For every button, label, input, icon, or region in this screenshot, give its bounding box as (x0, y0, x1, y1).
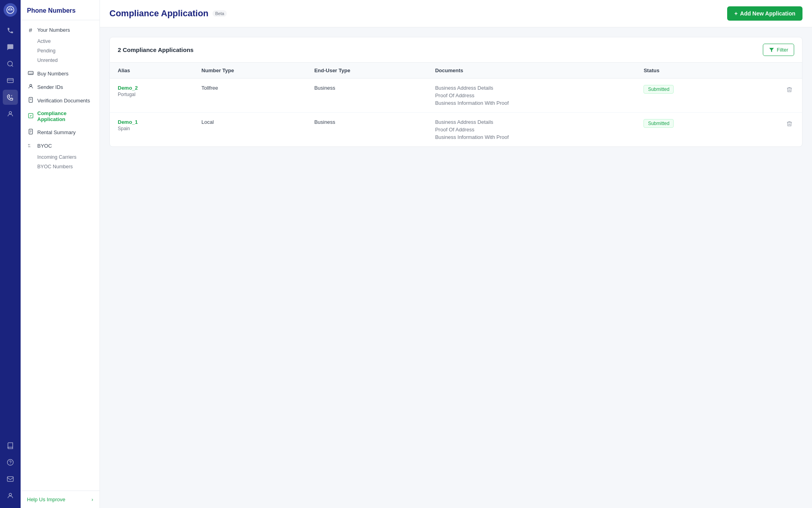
cell-alias: Demo_2Portugal (110, 79, 193, 113)
page-title: Compliance Application (109, 8, 209, 19)
alias-link[interactable]: Demo_2 (118, 85, 138, 91)
sidebar-item-compliance-app[interactable]: Compliance Application (21, 107, 100, 125)
sidebar-nav: # Your Numbers Active Pending Unrented 1… (21, 20, 100, 491)
cell-status: Submitted (636, 79, 743, 113)
table-header-row-cols: Alias Number Type End-User Type Document… (110, 63, 802, 79)
content-area: 2 Compliance Applications Filter Alias N… (100, 27, 812, 508)
help-us-improve-link[interactable]: Help Us Improve › (27, 496, 93, 502)
document-item: Business Address Details (435, 119, 628, 125)
cell-end-user-type: Business (306, 79, 427, 113)
sidebar-rental-summary-label: Rental Summary (37, 129, 76, 135)
sidebar-item-your-numbers[interactable]: # Your Numbers (21, 23, 100, 37)
icon-sidebar: # (0, 0, 21, 508)
svg-point-7 (10, 464, 11, 464)
delete-button[interactable] (785, 85, 794, 96)
messaging-icon[interactable] (3, 40, 18, 55)
svg-text:123: 123 (29, 72, 33, 75)
cell-actions (743, 113, 802, 147)
svg-point-9 (9, 493, 11, 496)
status-badge: Submitted (643, 85, 674, 94)
trash-icon (786, 87, 793, 93)
calls-icon[interactable] (3, 23, 18, 38)
cell-documents: Business Address DetailsProof Of Address… (427, 113, 636, 147)
byoc-icon: BYOC (27, 142, 34, 149)
alias-link[interactable]: Demo_1 (118, 119, 138, 125)
book-icon[interactable] (3, 438, 18, 453)
top-bar: Compliance Application Beta + Add New Ap… (100, 0, 812, 27)
sidebar-byoc-label: BYOC (37, 143, 52, 149)
delete-button[interactable] (785, 119, 794, 130)
alias-country: Portugal (118, 92, 186, 97)
sidebar-verification-docs-label: Verification Documents (37, 98, 90, 104)
contacts-nav-icon[interactable] (3, 106, 18, 121)
cell-documents: Business Address DetailsProof Of Address… (427, 79, 636, 113)
page-title-row: Compliance Application Beta (109, 8, 227, 19)
beta-badge: Beta (213, 10, 227, 17)
cell-alias: Demo_1Spain (110, 113, 193, 147)
buy-numbers-icon: 123 (27, 70, 34, 77)
help-circle-icon[interactable] (3, 455, 18, 470)
alias-country: Spain (118, 126, 186, 131)
main-content: Compliance Application Beta + Add New Ap… (100, 0, 812, 508)
rental-summary-icon (27, 129, 34, 136)
verification-docs-icon (27, 97, 34, 104)
help-us-improve-text: Help Us Improve (27, 496, 65, 502)
sidebar-compliance-app-label: Compliance Application (37, 110, 93, 122)
document-item: Proof Of Address (435, 92, 628, 98)
table-row: Demo_1SpainLocalBusinessBusiness Address… (110, 113, 802, 147)
col-status: Status (636, 63, 743, 79)
add-new-application-button[interactable]: + Add New Application (727, 6, 802, 21)
hash-nav-icon: # (27, 27, 34, 33)
bottom-icons (3, 438, 18, 505)
sidebar-buy-numbers-label: Buy Numbers (37, 71, 69, 77)
sidebar-item-sender-ids[interactable]: Sender IDs (21, 80, 100, 94)
col-documents: Documents (427, 63, 636, 79)
cell-number-type: Local (193, 113, 306, 147)
svg-rect-8 (8, 477, 13, 481)
cell-actions (743, 79, 802, 113)
sip-nav-icon[interactable] (3, 73, 18, 88)
sidebar-item-buy-numbers[interactable]: 123 Buy Numbers (21, 67, 100, 80)
compliance-table: Alias Number Type End-User Type Document… (110, 63, 802, 146)
svg-text:BY: BY (28, 144, 30, 146)
sidebar-item-rental-summary[interactable]: Rental Summary (21, 125, 100, 139)
filter-label: Filter (777, 47, 788, 53)
col-alias: Alias (110, 63, 193, 79)
document-item: Business Information With Proof (435, 100, 628, 106)
cell-status: Submitted (636, 113, 743, 147)
svg-point-2 (8, 61, 12, 66)
document-item: Business Address Details (435, 85, 628, 91)
svg-text:#: # (11, 94, 13, 97)
sidebar-sub-active[interactable]: Active (21, 37, 100, 46)
status-badge: Submitted (643, 119, 674, 128)
sidebar-footer: Help Us Improve › (21, 491, 100, 508)
filter-icon (769, 47, 774, 53)
svg-point-5 (9, 112, 11, 114)
email-icon[interactable] (3, 471, 18, 487)
numbers-nav-icon[interactable]: # (3, 90, 18, 105)
sidebar-sub-byoc-numbers[interactable]: BYOC Numbers (21, 162, 100, 171)
sidebar-sender-ids-label: Sender IDs (37, 84, 63, 90)
col-number-type: Number Type (193, 63, 306, 79)
table-row: Demo_2PortugalTollfreeBusinessBusiness A… (110, 79, 802, 113)
cell-number-type: Tollfree (193, 79, 306, 113)
document-item: Business Information With Proof (435, 134, 628, 140)
left-sidebar: Phone Numbers # Your Numbers Active Pend… (21, 0, 100, 508)
filter-button[interactable]: Filter (763, 44, 794, 56)
sidebar-sub-pending[interactable]: Pending (21, 46, 100, 56)
sidebar-sub-unrented[interactable]: Unrented (21, 56, 100, 65)
sender-ids-icon (27, 83, 34, 90)
table-count: 2 Compliance Applications (118, 46, 193, 53)
add-icon: + (734, 10, 737, 17)
search-nav-icon[interactable] (3, 56, 18, 71)
chevron-right-icon: › (92, 496, 93, 502)
table-head: Alias Number Type End-User Type Document… (110, 63, 802, 79)
sidebar-item-byoc[interactable]: BYOC BYOC (21, 139, 100, 152)
sidebar-title: Phone Numbers (21, 0, 100, 20)
your-numbers-section: # Your Numbers Active Pending Unrented (21, 23, 100, 65)
add-button-label: Add New Application (740, 10, 795, 17)
sidebar-sub-incoming-carriers[interactable]: Incoming Carriers (21, 152, 100, 162)
sidebar-item-verification-docs[interactable]: Verification Documents (21, 94, 100, 107)
svg-point-12 (30, 85, 32, 87)
user-avatar-icon[interactable] (3, 488, 18, 503)
